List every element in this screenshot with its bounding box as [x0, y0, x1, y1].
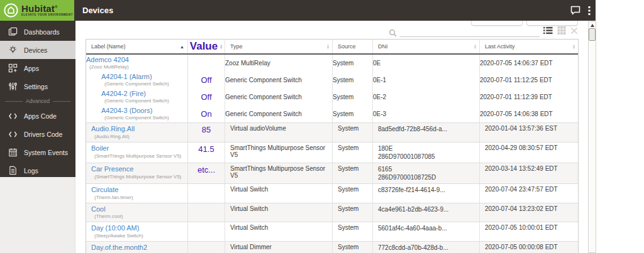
vertical-scrollbar[interactable]	[588, 21, 596, 253]
search-icon	[389, 29, 397, 37]
device-dni: 0E-3	[373, 105, 479, 122]
device-type: Generic Component Switch	[225, 72, 332, 89]
table-row[interactable]: Day.of.the.month2(Day.of.the.month2)Virt…	[86, 242, 578, 253]
device-type: SmartThings Multipurpose Sensor V5	[225, 143, 332, 160]
device-source: System	[333, 222, 372, 233]
device-label-cell: A4204-2 (Fire)(Generic Component Switch)	[86, 89, 187, 105]
sidebar-item-label: Settings	[24, 83, 48, 90]
sidebar-item-label: Devices	[24, 46, 47, 54]
clear-icon[interactable]	[570, 27, 578, 35]
device-last-activity: 2020-07-01 11:12:39 EDT	[480, 89, 578, 105]
device-label-cell: Day.of.the.month2(Day.of.the.month2)	[86, 242, 187, 253]
device-dni: 772c8cdd-a70b-428d-b...	[373, 242, 479, 253]
system-events-icon	[8, 148, 18, 157]
device-name-link[interactable]: A4204-2 (Fire)	[101, 90, 146, 99]
table-row[interactable]: Circulate(Therm.fan.timer)Virtual Switch…	[86, 184, 578, 203]
sidebar-item-devices[interactable]: Devices	[0, 41, 75, 59]
device-source: System	[333, 89, 372, 105]
sidebar-item-dashboards[interactable]: Dashboards	[0, 23, 75, 41]
table-row[interactable]: Day (10:00 AM)(Sleep/Awake Switch)Virtua…	[86, 222, 578, 242]
column-header-source[interactable]: Source	[333, 40, 373, 53]
hubitat-house-icon	[3, 3, 19, 18]
sidebar-item-logs[interactable]: Logs	[0, 161, 75, 180]
device-last-activity: 2020-01-04 13:57:36 EST	[480, 123, 578, 134]
device-label-cell: A4204-3 (Doors)(Generic Component Switch…	[86, 105, 187, 122]
device-source: System	[333, 143, 372, 153]
device-name-link[interactable]: Day (10:00 AM)	[91, 224, 139, 233]
sidebar-item-label: Logs	[24, 167, 38, 175]
brand-name: Hubitat	[21, 3, 55, 14]
device-name-link[interactable]: Cool	[91, 205, 106, 214]
brand-tagline: ELEVATE YOUR ENVIRONMENT	[21, 14, 73, 17]
scrollbar-up-arrow-icon[interactable]	[591, 24, 594, 27]
device-type: Virtual Switch	[225, 203, 332, 214]
device-type: Generic Component Switch	[225, 105, 332, 122]
column-header-last-activity[interactable]: Last Activity ▴▾	[480, 40, 578, 53]
device-driver-name: (Zooz MultiRelay)	[86, 64, 129, 70]
sidebar-item-apps[interactable]: Apps	[0, 59, 75, 77]
device-type: Zooz MultiRelay	[225, 55, 332, 72]
hubitat-logo[interactable]: Hubitat® ELEVATE YOUR ENVIRONMENT	[0, 0, 74, 21]
device-source: System	[333, 242, 372, 252]
device-last-activity: 2020-03-14 13:52:49 EDT	[480, 163, 578, 174]
sidebar-item-label: System Events	[24, 149, 68, 156]
table-row[interactable]: Audio.Ring.All(Audio.Ring.All)85Virtual …	[86, 123, 578, 143]
sidebar-item-settings[interactable]: Settings	[0, 77, 75, 95]
device-value	[188, 184, 225, 188]
device-type: SmartThings Multipurpose Sensor V5	[225, 163, 332, 181]
sidebar: Dashboards Devices Apps	[0, 21, 75, 177]
column-header-dni[interactable]: DNI ▴▾	[373, 40, 480, 53]
list-view-icon[interactable]	[543, 26, 553, 35]
device-value: Off	[188, 72, 225, 89]
device-label-cell: Day (10:00 AM)(Sleep/Awake Switch)	[86, 222, 187, 241]
device-name-link[interactable]: Car Presence	[91, 165, 133, 174]
page-title: Devices	[82, 6, 113, 15]
settings-icon	[8, 82, 18, 91]
device-label-cell: Ademco 4204(Zooz MultiRelay)	[86, 55, 187, 72]
sidebar-item-drivers-code[interactable]: Drivers Code	[0, 125, 75, 143]
column-header-label-name[interactable]: Label (Name) ▲	[86, 40, 188, 53]
device-type: Virtual Switch	[225, 184, 332, 195]
device-name-link[interactable]: Day.of.the.month2	[91, 244, 147, 252]
brand-text: Hubitat® ELEVATE YOUR ENVIRONMENT	[21, 4, 73, 17]
device-dni: 0E-2	[373, 89, 479, 105]
device-type: Virtual Dimmer	[225, 242, 332, 252]
column-header-type[interactable]: Type ▴▾	[225, 40, 333, 53]
device-label-cell: A4204-1 (Alarm)(Generic Component Switch…	[86, 72, 187, 89]
sidebar-item-label: Drivers Code	[24, 131, 62, 138]
device-name-link[interactable]: A4204-1 (Alarm)	[101, 73, 152, 82]
sort-ascending-icon: ▲	[180, 45, 184, 49]
drivers-code-icon	[8, 131, 18, 138]
device-name-link[interactable]: Audio.Ring.All	[91, 125, 135, 134]
kebab-menu-icon[interactable]	[588, 6, 591, 16]
device-driver-name: (Generic Component Switch)	[101, 98, 169, 104]
scrollbar-thumb[interactable]	[589, 28, 596, 41]
device-last-activity: 2020-07-05 10:00:01 EDT	[480, 222, 578, 233]
table-row[interactable]: Cool(Therm.cool)Virtual SwitchSystem4ca4…	[86, 203, 578, 223]
device-dni: c83726fe-f214-4614-9...	[373, 184, 479, 196]
device-dni: 4ca4e961-b2db-4623-9...	[373, 203, 479, 215]
column-header-value[interactable]: Value ▴▾	[188, 40, 225, 53]
device-name-link[interactable]: Boiler	[91, 144, 109, 153]
device-value	[188, 222, 225, 226]
device-name-link[interactable]: Circulate	[91, 186, 118, 195]
table-row[interactable]: Boiler(SmartThings Multipurpose Sensor V…	[86, 143, 578, 163]
device-driver-name: (Sleep/Awake Switch)	[91, 233, 143, 239]
chat-icon[interactable]	[570, 6, 580, 15]
device-label-cell: Circulate(Therm.fan.timer)	[86, 184, 187, 203]
grid-view-icon[interactable]	[557, 26, 566, 35]
device-type: Virtual audioVolume	[225, 123, 332, 134]
device-value	[188, 242, 225, 245]
device-name-link[interactable]: A4204-3 (Doors)	[101, 107, 152, 116]
device-name-link[interactable]: Ademco 4204	[86, 56, 129, 65]
search-input[interactable]	[399, 25, 540, 37]
sidebar-item-apps-code[interactable]: Apps Code	[0, 107, 75, 125]
table-row[interactable]: Ademco 4204(Zooz MultiRelay)A4204-1 (Ala…	[86, 55, 578, 123]
sort-icon: ▴▾	[327, 44, 329, 50]
device-label-cell: Car Presence(SmartThings Multipurpose Se…	[86, 163, 187, 182]
sidebar-item-label: Apps Code	[24, 112, 57, 120]
brand-reg-mark: ®	[55, 5, 58, 9]
table-row[interactable]: Car Presence(SmartThings Multipurpose Se…	[86, 163, 578, 184]
device-label-cell: Cool(Therm.cool)	[86, 203, 187, 222]
sidebar-item-system-events[interactable]: System Events	[0, 143, 75, 161]
